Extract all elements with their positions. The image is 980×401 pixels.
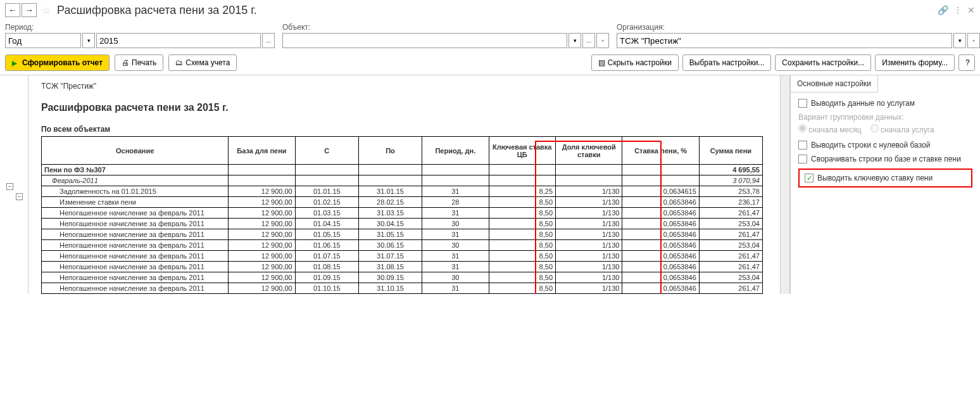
more-icon[interactable]: ⋮ [953,5,962,15]
save-settings-button[interactable]: Сохранить настройки... [775,54,871,71]
settings-icon: ▤ [598,58,605,67]
data-table: Основание База для пени С По Период, дн.… [41,136,763,294]
report-area: ТСЖ "Престиж" Расшифровка расчета пени з… [28,75,780,294]
col-rate-pct: Ставка пени, % [622,137,699,165]
opt-services-checkbox[interactable] [798,99,807,108]
table-row: Непогашенное начисление за февраль 20111… [42,229,763,240]
tree-collapse-2[interactable]: − [16,193,23,200]
col-base: База для пени [229,137,295,165]
hide-settings-button[interactable]: ▤Скрыть настройки [591,54,679,71]
org-expand[interactable]: ▫ [967,33,980,48]
report-title: Расшифровка расчета пени за 2015 г. [41,102,780,113]
period-year-input[interactable] [96,33,261,48]
object-more[interactable]: … [582,33,595,48]
change-form-button[interactable]: Изменить форму... [875,54,955,71]
org-dropdown[interactable]: ▾ [953,33,966,48]
org-label: Организация: [617,23,980,32]
help-button[interactable]: ? [958,54,975,71]
opt-collapse-checkbox[interactable] [798,155,807,163]
tree-gutter: − − [0,75,28,294]
settings-panel: Основные настройки Выводить данные по ус… [790,75,980,294]
col-sum: Сумма пени [699,137,762,165]
opt-keyrate-label: Выводить ключевую ставку пени [817,174,933,182]
col-to: По [358,137,422,165]
col-share: Доля ключевой ставки [556,137,622,165]
radio-service: сначала услуга [870,124,934,134]
object-input[interactable] [282,33,567,48]
table-row: Пени по ФЗ №3074 695,55 [42,165,763,175]
group-label: Вариант группировки данных: [798,113,972,122]
table-row: Непогашенное начисление за февраль 20111… [42,283,763,294]
org-input[interactable] [617,33,952,48]
period-type-dropdown[interactable]: ▾ [82,33,95,48]
close-icon[interactable]: ✕ [967,5,975,15]
col-from: С [295,137,358,165]
col-key-rate: Ключевая ставка ЦБ [489,137,555,165]
forward-button[interactable]: → [22,3,37,17]
object-dropdown[interactable]: ▾ [569,33,581,48]
opt-zero-label: Выводить строки с нулевой базой [811,141,930,150]
opt-zero-checkbox[interactable] [798,141,807,150]
vertical-scrollbar[interactable] [780,75,790,294]
table-row: Изменение ставки пени12 900,0001.02.1528… [42,197,763,208]
period-type-select[interactable] [5,33,81,48]
table-row: Непогашенное начисление за февраль 20111… [42,240,763,251]
object-label: Объект: [282,23,609,32]
col-period: Период, дн. [422,137,489,165]
table-row: Непогашенное начисление за февраль 20111… [42,272,763,283]
scheme-icon: 🗂 [175,58,183,67]
table-row: Непогашенное начисление за февраль 20111… [42,262,763,272]
period-year-more[interactable]: … [262,33,275,48]
period-label: Период: [5,23,275,32]
form-report-button[interactable]: Сформировать отчет [5,54,110,71]
object-expand[interactable]: ▫ [596,33,609,48]
opt-keyrate-checkbox[interactable]: ✓ [805,174,814,182]
radio-month: сначала месяц [798,124,862,134]
print-icon: 🖨 [122,58,129,67]
opt-services-label: Выводить данные по услугам [811,99,915,108]
choose-settings-button[interactable]: Выбрать настройки... [682,54,771,71]
tree-collapse-1[interactable]: − [6,183,13,190]
table-row: Непогашенное начисление за февраль 20111… [42,251,763,262]
table-row: Задолженность на 01.01.201512 900,0001.0… [42,186,763,197]
report-subtitle: По всем объектам [41,125,780,134]
table-row: Февраль-20113 070,94 [42,175,763,186]
back-button[interactable]: ← [5,3,20,17]
report-org: ТСЖ "Престиж" [41,82,780,91]
table-row: Непогашенное начисление за февраль 20111… [42,219,763,229]
col-basis: Основание [42,137,229,165]
settings-tab[interactable]: Основные настройки [791,75,878,92]
star-icon[interactable]: ☆ [42,4,51,16]
print-button[interactable]: 🖨Печать [115,54,163,71]
opt-collapse-label: Сворачивать строки по базе и ставке пени [811,155,961,163]
scheme-button[interactable]: 🗂Схема учета [168,54,237,71]
page-title: Расшифровка расчета пени за 2015 г. [57,4,257,17]
table-row: Непогашенное начисление за февраль 20111… [42,208,763,219]
link-icon[interactable]: 🔗 [938,5,948,15]
